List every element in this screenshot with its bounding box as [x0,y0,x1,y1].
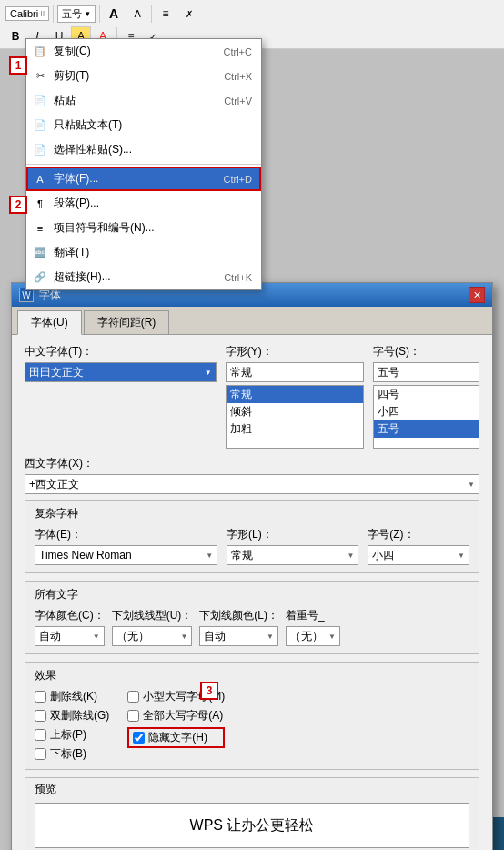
dialog-body: 中文字体(T)： 田田文正文 ▼ 字形(Y)： 常规 常规 倾斜 加粗 [12,335,492,850]
style-option-bold[interactable]: 加粗 [227,420,363,438]
all-caps-label: 全部大写字母(A) [143,708,223,724]
menu-item-paste-select-label: 选择性粘贴(S)... [54,142,132,157]
menu-separator-1 [26,164,261,165]
menu-item-translate[interactable]: 🔤 翻译(T) [26,240,261,265]
color-dropdown-arrow: ▼ [93,632,100,641]
style-input[interactable]: 常规 [226,362,364,382]
complex-size-input[interactable]: 小四 ▼ [368,545,469,565]
emphasis-input[interactable]: （无） ▼ [286,626,340,646]
format-btn[interactable]: ≡ [156,4,176,24]
chinese-font-input[interactable]: 田田文正文 ▼ [25,362,217,382]
menu-item-paste-label: 粘贴 [54,93,76,108]
menu-item-translate-label: 翻译(T) [54,245,89,260]
dialog-tabs: 字体(U) 字符间距(R) [12,307,492,335]
double-strikethrough-item: 双删除线(G) [35,708,109,724]
menu-item-copy[interactable]: 📋 复制(C) Ctrl+C [26,39,261,64]
effects-section: 效果 删除线(K) 双删除线(G) 上标(P) [25,662,479,770]
underline-style-input[interactable]: （无） ▼ [112,626,193,646]
preview-section-title: 预览 [35,782,469,797]
size-listbox[interactable]: 四号 小四 五号 [373,385,479,449]
bold-btn[interactable]: B [5,26,25,46]
underline-color-value: 自动 [204,629,226,644]
complex-size-value: 小四 [372,548,394,563]
preview-section: 预览 WPS 让办公更轻松 [25,777,479,850]
menu-item-paste-select-left: 📄 选择性粘贴(S)... [54,142,132,157]
font-grow-btn[interactable]: A [104,4,124,24]
strikethrough-checkbox[interactable] [35,691,46,703]
font-shrink-btn[interactable]: A [127,4,147,24]
complex-style-label: 字形(L)： [227,527,358,542]
complex-font-value: Times New Roman [39,549,132,562]
western-font-group: 西文字体(X)： +西文正文 ▼ [25,456,479,494]
complex-size-group: 字号(Z)： 小四 ▼ [368,527,469,565]
style-label: 字形(Y)： [226,344,364,359]
menu-item-paste-text[interactable]: 📄 只粘贴文本(T) [26,113,261,137]
complex-font-input[interactable]: Times New Roman ▼ [35,545,217,565]
menu-item-copy-left: 📋 复制(C) [54,44,91,59]
font-name-selector[interactable]: Calibri II [5,6,49,21]
strikethrough-label: 删除线(K) [50,689,97,704]
emphasis-dropdown-arrow: ▼ [328,632,336,641]
all-caps-checkbox[interactable] [127,710,139,722]
superscript-checkbox[interactable] [35,729,46,741]
cut-shortcut: Ctrl+X [224,71,252,82]
subscript-checkbox[interactable] [35,748,46,760]
menu-item-paste[interactable]: 📄 粘贴 Ctrl+V [26,88,261,113]
menu-item-font[interactable]: A 字体(F)... Ctrl+D [26,167,261,191]
tab-font[interactable]: 字体(U) [17,310,82,335]
font-icon: A [32,174,48,185]
copy-shortcut: Ctrl+C [224,46,252,57]
size-value: 五号 [378,365,399,380]
size-group: 字号(S)： 五号 四号 小四 五号 [373,344,479,449]
western-font-dropdown-arrow: ▼ [468,481,475,489]
paste-select-icon: 📄 [32,144,48,156]
emphasis-label: 着重号_ [286,608,340,623]
size-label: 字号(S)： [373,344,479,359]
menu-item-paragraph[interactable]: ¶ 段落(P)... [26,191,261,216]
color-input[interactable]: 自动 ▼ [35,626,105,646]
cut-icon: ✂ [32,70,48,82]
bullets-icon: ≡ [32,223,48,234]
style-option-italic[interactable]: 倾斜 [227,403,363,420]
menu-item-bullets[interactable]: ≡ 项目符号和编号(N)... [26,216,261,240]
paste-text-icon: 📄 [32,119,48,131]
all-text-section: 所有文字 字体颜色(C)： 自动 ▼ 下划线线型(U)： （无） ▼ [25,581,479,654]
menu-item-hyperlink[interactable]: 🔗 超链接(H)... Ctrl+K [26,265,261,289]
double-strikethrough-checkbox[interactable] [35,710,46,722]
emphasis-value: （无） [290,629,323,644]
complex-section-title: 复杂字种 [35,506,469,521]
context-menu: 📋 复制(C) Ctrl+C ✂ 剪切(T) Ctrl+X 📄 粘贴 Ctrl+… [25,38,262,290]
underline-color-group: 下划线颜色(L)： 自动 ▼ [199,608,278,646]
hyperlink-shortcut: Ctrl+K [224,272,252,283]
small-caps-checkbox[interactable] [127,691,139,703]
style-listbox[interactable]: 常规 倾斜 加粗 [226,385,364,449]
size-input[interactable]: 五号 [373,362,479,382]
menu-item-cut[interactable]: ✂ 剪切(T) Ctrl+X [26,64,261,88]
clear-format-btn[interactable]: ✗ [179,4,199,24]
all-text-section-title: 所有文字 [35,587,469,602]
menu-item-paste-select[interactable]: 📄 选择性粘贴(S)... [26,137,261,162]
style-option-normal[interactable]: 常规 [227,386,363,403]
all-caps-item: 全部大写字母(A) [127,708,225,724]
complex-font-dropdown-arrow: ▼ [206,551,213,560]
complex-style-input[interactable]: 常规 ▼ [227,545,358,565]
chinese-font-label: 中文字体(T)： [25,344,217,359]
style-value: 常规 [230,365,252,380]
paste-shortcut: Ctrl+V [224,96,252,106]
step3-label: 3 [200,682,218,700]
color-group: 字体颜色(C)： 自动 ▼ [35,608,105,646]
western-font-input[interactable]: +西文正文 ▼ [25,474,479,494]
underline-style-group: 下划线线型(U)： （无） ▼ [112,608,193,646]
hidden-text-checkbox[interactable] [133,732,145,744]
underline-color-input[interactable]: 自动 ▼ [199,626,278,646]
size-option-small4[interactable]: 小四 [374,403,479,420]
font-size-selector[interactable]: 五号 ▼ [57,5,96,23]
menu-item-hyperlink-left: 🔗 超链接(H)... [54,269,111,285]
dialog-close-btn[interactable]: ✕ [469,287,485,303]
tab-char-spacing[interactable]: 字符间距(R) [84,310,170,334]
size-option-5[interactable]: 五号 [374,420,479,438]
emphasis-group: 着重号_ （无） ▼ [286,608,340,646]
underline-style-dropdown-arrow: ▼ [180,632,187,641]
menu-item-paragraph-left: ¶ 段落(P)... [54,196,99,211]
size-option-4[interactable]: 四号 [374,386,479,403]
